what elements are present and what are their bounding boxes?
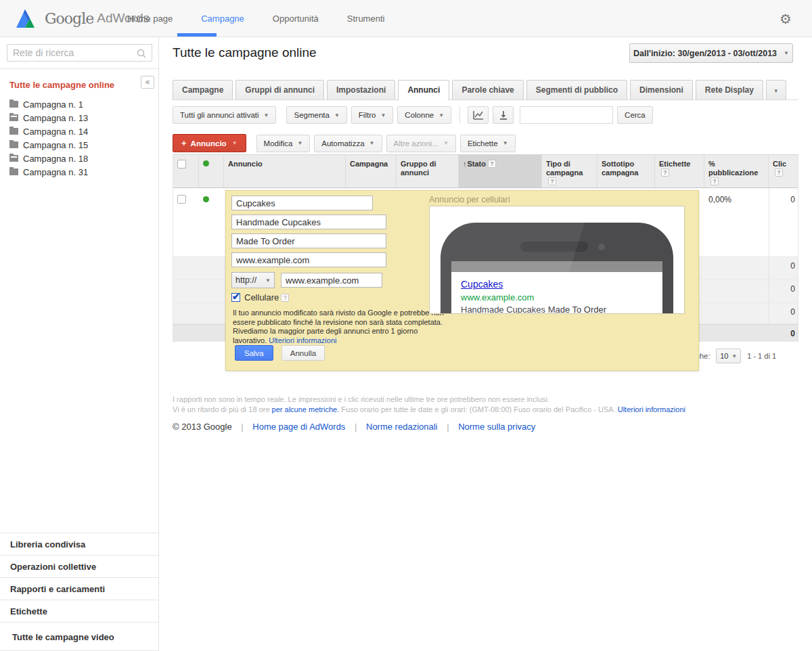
mobile-checkbox[interactable] (231, 293, 240, 302)
column-header-etichette[interactable]: Etichette? (655, 155, 704, 187)
sidebar-collapse-button[interactable]: « (141, 76, 154, 89)
sidebar-item-campaign-1[interactable]: Campagna n. 1 (9, 97, 158, 111)
cancel-button[interactable]: Annulla (281, 345, 325, 361)
adwords-home-link[interactable]: Home page di AdWords (252, 422, 345, 432)
help-icon[interactable]: ? (281, 294, 289, 302)
column-header-gruppo-annunci[interactable]: Gruppo di annunci (397, 155, 459, 187)
filter-toolbar: Tutti gli annunci attivati▼ Segmenta▼ Fi… (173, 106, 653, 124)
sidebar-item-campaign-13[interactable]: Campagna n. 13 (9, 111, 158, 125)
chevron-down-icon: ▼ (503, 140, 508, 146)
column-header-sottotipo[interactable]: Sottotipo campagna (597, 155, 655, 187)
tab-rete-display[interactable]: Rete Display (696, 80, 763, 100)
nav-strumenti[interactable]: Strumenti (347, 14, 385, 24)
tab-more-button[interactable]: ▼ (766, 80, 786, 100)
sidebar-all-campaigns[interactable]: Tutte le campagne online (9, 80, 114, 90)
chevron-down-icon: ▼ (264, 112, 269, 118)
help-icon[interactable]: ? (548, 177, 556, 185)
tab-annunci[interactable]: Annunci (398, 80, 449, 101)
sidebar-bottom-nav: Libreria condivisa Operazioni collettive… (0, 533, 158, 651)
add-ad-button[interactable]: +Annuncio▼ (173, 134, 246, 152)
top-navigation: Home page Campagne Opportunità Strumenti (127, 0, 413, 37)
help-icon[interactable]: ? (710, 177, 719, 185)
help-icon[interactable]: ? (488, 160, 496, 168)
clicks-cell: 0 (769, 257, 799, 279)
description-line1-input[interactable] (231, 215, 386, 229)
chevron-down-icon: ▼ (297, 140, 302, 146)
chart-button[interactable] (468, 106, 489, 124)
network-search-input[interactable] (7, 44, 152, 62)
sidebar-item-campagne-video[interactable]: Tutte le campagne video (0, 622, 158, 651)
tab-segmenti-di-pubblico[interactable]: Segmenti di pubblico (526, 80, 627, 100)
save-button[interactable]: Salva (235, 345, 273, 361)
column-header-stato[interactable]: ↑Stato? (459, 155, 542, 187)
tab-parole-chiave[interactable]: Parole chiave (452, 80, 523, 100)
footer-links: © 2013 Google | Home page di AdWords | N… (173, 422, 535, 432)
page-size-select[interactable]: 10▼ (716, 349, 741, 363)
help-icon[interactable]: ? (775, 169, 783, 177)
protocol-select[interactable]: http://▼ (231, 272, 275, 288)
filter-dropdown[interactable]: Filtro▼ (351, 106, 393, 124)
gear-icon[interactable]: ⚙ (780, 11, 792, 27)
sidebar-item-campaign-18[interactable]: Campagna n. 18 (9, 152, 158, 165)
per-alcune-metriche-link[interactable]: per alcune metriche. (272, 405, 340, 413)
description-line2-input[interactable] (231, 233, 386, 248)
chevron-down-icon: ▼ (773, 88, 779, 94)
top-header: Google AdWords Home page Campagne Opport… (0, 0, 812, 37)
nav-campagne[interactable]: Campagne (201, 14, 244, 24)
sidebar: Tutte le campagne online « Campagna n. 1… (0, 37, 159, 651)
automate-dropdown[interactable]: Automatizza▼ (314, 135, 382, 152)
chevron-down-icon: ▼ (265, 277, 271, 284)
sidebar-item-rapporti-caricamenti[interactable]: Rapporti e caricamenti (0, 577, 158, 600)
sidebar-item-libreria-condivisa[interactable]: Libreria condivisa (0, 533, 158, 555)
row-checkbox[interactable] (177, 195, 186, 204)
nav-home-page[interactable]: Home page (127, 14, 173, 24)
sidebar-item-campaign-31[interactable]: Campagna n. 31 (9, 165, 158, 179)
help-icon[interactable]: ? (661, 169, 669, 177)
more-actions-dropdown: Altre azioni...▼ (386, 135, 456, 152)
sidebar-item-operazioni-collettive[interactable]: Operazioni collettive (0, 555, 158, 577)
headline-input[interactable] (231, 196, 373, 210)
download-button[interactable] (493, 106, 514, 124)
chevron-down-icon: ▼ (784, 50, 789, 56)
destination-url-input[interactable] (281, 273, 382, 288)
edit-dropdown[interactable]: Modifica▼ (256, 135, 311, 152)
ads-filter-dropdown[interactable]: Tutti gli annunci attivati▼ (173, 106, 276, 124)
tab-gruppi-di-annunci[interactable]: Gruppi di annunci (235, 80, 324, 100)
column-header-clic[interactable]: Clic? (769, 155, 799, 187)
status-dot-icon (203, 160, 209, 166)
date-range-button[interactable]: Dall'inizio: 30/gen/2013 - 03/ott/2013 ▼ (629, 43, 793, 63)
tab-campagne[interactable]: Campagne (173, 80, 233, 100)
status-dot-header (199, 155, 224, 187)
search-submit-button[interactable]: Cerca (617, 106, 653, 124)
columns-dropdown[interactable]: Colonne▼ (397, 106, 451, 124)
column-header-pubblicazione[interactable]: % pubblicazione? (704, 155, 769, 187)
sidebar-item-etichette[interactable]: Etichette (0, 600, 158, 622)
clicks-cell: 0 (769, 303, 799, 323)
adwords-logo-icon (15, 7, 39, 29)
column-header-campagna[interactable]: Campagna (346, 155, 397, 187)
segment-dropdown[interactable]: Segmenta▼ (286, 106, 346, 124)
display-url-input[interactable] (231, 252, 386, 267)
folder-icon (9, 141, 18, 148)
table-search-input[interactable] (520, 106, 613, 124)
column-header-annuncio[interactable]: Annuncio (224, 155, 346, 187)
pagination-range: 1 - 1 di 1 (747, 352, 776, 360)
column-header-tipo-campagna[interactable]: Tipo di campagna? (542, 155, 597, 187)
display-campaign-icon (9, 114, 18, 121)
norme-privacy-link[interactable]: Norme sulla privacy (458, 422, 535, 432)
nav-opportunita[interactable]: Opportunità (273, 14, 319, 24)
phone-mockup: Cupcakes www.example.com Handmade Cupcak… (441, 223, 673, 314)
select-all-checkbox[interactable] (177, 160, 186, 169)
ulteriori-informazioni-link[interactable]: Ulteriori informazioni (618, 405, 685, 413)
sidebar-item-campaign-14[interactable]: Campagna n. 14 (9, 125, 158, 138)
served-pct-cell: 0,00% (704, 188, 769, 256)
norme-redazionali-link[interactable]: Norme redazionali (366, 422, 438, 432)
total-clicks-cell: 0 (769, 325, 799, 341)
tab-dimensioni[interactable]: Dimensioni (630, 80, 693, 100)
plus-icon: + (181, 138, 187, 148)
table-header-row: Annuncio Campagna Gruppo di annunci ↑Sta… (173, 154, 798, 188)
ulteriori-informazioni-link[interactable]: Ulteriori informazioni (269, 336, 336, 344)
labels-dropdown[interactable]: Etichette▼ (460, 135, 516, 152)
sidebar-item-campaign-15[interactable]: Campagna n. 15 (9, 138, 158, 152)
tab-impostazioni[interactable]: Impostazioni (327, 80, 395, 100)
